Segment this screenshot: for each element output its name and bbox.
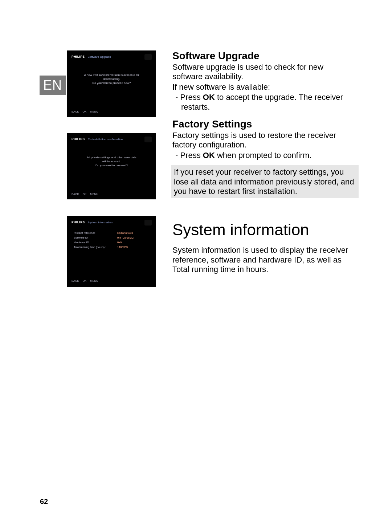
bullet-text-pre: Press xyxy=(180,93,203,102)
paragraph: Software upgrade is used to check for ne… xyxy=(172,62,354,82)
footer-ok: OK xyxy=(82,110,86,113)
paragraph: System information is used to display th… xyxy=(172,245,354,274)
heading-software-upgrade: Software Upgrade xyxy=(172,50,354,62)
info-label: Software ID xyxy=(74,236,117,239)
screen-title: Software Upgrade xyxy=(88,55,111,58)
clock-icon xyxy=(144,137,152,142)
brand-label: PHILIPS xyxy=(72,55,85,58)
paragraph: If new software is available: xyxy=(172,82,354,92)
screenshot-system-information: PHILIPS System information Product refer… xyxy=(67,216,156,287)
footer-ok: OK xyxy=(82,192,86,196)
footer-back: BACK xyxy=(72,110,79,113)
bullet-text-pre: Press xyxy=(180,151,203,160)
callout-box: If you reset your receiver to factory se… xyxy=(171,165,359,198)
info-value: 1100335 xyxy=(117,245,128,249)
info-label: Hardware ID xyxy=(74,241,117,244)
bullet-item: Press OK when prompted to confirm. xyxy=(172,151,354,160)
footer-menu: MENU xyxy=(90,192,98,196)
message-line: will be erased. xyxy=(72,159,152,163)
info-value: 0x0 xyxy=(117,241,122,244)
bullet-text-bold: OK xyxy=(203,151,215,160)
heading-factory-settings: Factory Settings xyxy=(172,118,354,130)
main-content: Software Upgrade Software upgrade is use… xyxy=(172,50,354,275)
screenshot-reinstallation: PHILIPS Re-installation confirmation All… xyxy=(67,133,156,199)
message-line: All private settings and other user data xyxy=(72,155,152,159)
language-tab: EN xyxy=(40,76,66,95)
brand-label: PHILIPS xyxy=(72,220,85,224)
screen-title: Re-installation confirmation xyxy=(88,138,123,141)
info-value: 0.9 (05/06/20) xyxy=(117,236,134,239)
bullet-text-post: when prompted to confirm. xyxy=(215,151,312,160)
message-line: Do you want to proceed? xyxy=(72,163,152,167)
message-line: downloading. xyxy=(72,77,152,81)
message-line: Do you want to proceed now? xyxy=(72,81,152,85)
bullet-item: Press OK to accept the upgrade. The rece… xyxy=(172,93,354,112)
message-line: A new IRD software version is available … xyxy=(72,73,152,77)
screen-title: System information xyxy=(88,221,113,224)
screenshot-software-upgrade: PHILIPS Software Upgrade A new IRD softw… xyxy=(67,50,156,117)
footer-ok: OK xyxy=(82,279,86,283)
clock-icon xyxy=(144,220,152,226)
heading-system-information: System information xyxy=(172,221,354,239)
clock-icon xyxy=(144,54,152,60)
info-table: Product referenceDCR2020/03 Software ID0… xyxy=(74,231,150,250)
info-label: Total running time (hours) : xyxy=(74,245,117,249)
page-number: 62 xyxy=(40,498,48,506)
info-value: DCR2020/03 xyxy=(117,231,133,235)
bullet-text-bold: OK xyxy=(203,93,215,102)
footer-back: BACK xyxy=(72,279,79,283)
footer-menu: MENU xyxy=(90,110,98,113)
paragraph: Factory settings is used to restore the … xyxy=(172,131,354,150)
info-label: Product reference xyxy=(74,231,117,235)
brand-label: PHILIPS xyxy=(72,137,85,141)
footer-menu: MENU xyxy=(90,279,98,283)
footer-back: BACK xyxy=(72,192,79,196)
